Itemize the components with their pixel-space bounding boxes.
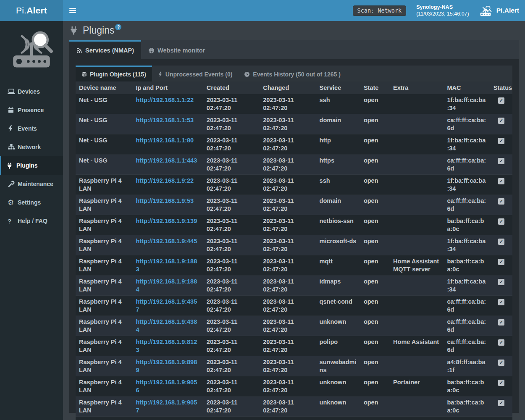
bolt-icon: [158, 71, 163, 77]
navbar-brand[interactable]: Pi.Alert: [478, 4, 519, 17]
column-header-ip-and-port[interactable]: Ip and Port: [132, 81, 203, 94]
ip-port-link[interactable]: http://192.168.1.9:4357: [136, 298, 197, 313]
changed-cell: 2023-03-11 02:47:20: [260, 356, 316, 376]
table-row: Raspberry Pi 4 LAN http://192.168.1.9:13…: [76, 215, 512, 235]
extra-cell: [390, 276, 444, 296]
tab-website-monitor[interactable]: Website monitor: [141, 40, 212, 59]
changed-cell: 2023-03-11 02:47:20: [260, 316, 316, 336]
table-row: Raspberry Pi 4 LAN http://192.168.1.9:81…: [76, 336, 512, 356]
ip-port-link[interactable]: http://192.168.1.9:8989: [136, 359, 197, 373]
status-checkbox[interactable]: ✓: [498, 380, 504, 386]
subtab-unprocessed-events[interactable]: Unprocessed Events (0): [152, 66, 239, 81]
ip-port-link[interactable]: http://192.168.1.9:1883: [136, 258, 197, 273]
table-row: Raspberry Pi 4 LAN http://192.168.1.9:43…: [76, 316, 512, 336]
ip-port-link[interactable]: http://192.168.1.9:4384: [136, 318, 197, 333]
status-checkbox[interactable]: ✓: [498, 339, 504, 346]
changed-cell: 2023-03-11 02:47:20: [260, 195, 316, 215]
status-checkbox[interactable]: ✓: [498, 360, 504, 366]
ip-port-link[interactable]: http://192.168.1.1:443: [136, 157, 197, 164]
column-header-status[interactable]: Status: [490, 81, 512, 94]
tab-services-nmap[interactable]: Services (NMAP): [69, 40, 141, 59]
status-checkbox[interactable]: ✓: [498, 400, 504, 406]
status-checkbox[interactable]: ✓: [498, 218, 504, 225]
changed-cell: 2023-03-11 02:47:20: [260, 235, 316, 255]
status-checkbox[interactable]: ✓: [498, 319, 504, 326]
changed-cell: 2023-03-11 02:47:20: [260, 376, 316, 396]
ip-port-link[interactable]: http://192.168.1.9:9056: [136, 379, 197, 394]
ip-port-link[interactable]: http://192.168.1.1:53: [136, 117, 194, 123]
status-checkbox[interactable]: ✓: [498, 198, 504, 205]
ip-port-link[interactable]: http://192.168.1.9:53: [136, 197, 194, 204]
status-checkbox[interactable]: ✓: [498, 259, 504, 265]
status-checkbox[interactable]: ✓: [498, 178, 504, 184]
sidebar-item-events[interactable]: Events: [0, 119, 63, 138]
status-checkbox[interactable]: ✓: [498, 158, 504, 164]
ip-port-link[interactable]: http://192.168.1.9:8123: [136, 339, 197, 353]
sidebar-toggle-button[interactable]: [63, 0, 82, 21]
sidebar-item-maintenance[interactable]: Maintenance: [0, 175, 63, 193]
changed-cell: 2023-03-11 02:47:20: [260, 336, 316, 356]
ip-port-link[interactable]: http://192.168.1.9:445: [136, 238, 197, 244]
sitemap-icon: [8, 144, 18, 150]
column-header-changed[interactable]: Changed: [260, 81, 316, 94]
mac-cell: ba:ba:ff:ca:ba:0c: [444, 376, 490, 396]
ip-port-link[interactable]: http://192.168.1.1:22: [136, 97, 194, 103]
changed-cell: 2023-03-11 02:47:20: [260, 417, 316, 420]
state-cell: open: [360, 215, 390, 235]
column-header-service[interactable]: Service: [316, 81, 360, 94]
service-cell: http: [316, 134, 360, 155]
column-header-device-name[interactable]: Device name: [76, 81, 132, 94]
status-checkbox[interactable]: ✓: [498, 138, 504, 144]
ip-port-link[interactable]: http://192.168.1.9:22: [136, 177, 194, 184]
services-panel: Plugin Objects (115) Unprocessed Events …: [69, 59, 519, 413]
ip-port-link[interactable]: http://192.168.1.9:1884: [136, 278, 197, 293]
status-checkbox[interactable]: ✓: [498, 118, 504, 124]
ip-port-link[interactable]: http://192.168.1.1:80: [136, 137, 194, 144]
service-cell: unknown: [316, 417, 360, 420]
ip-port-link[interactable]: http://192.168.1.9:9057: [136, 399, 197, 414]
device-name-cell: Net - USG: [76, 94, 132, 114]
state-cell: open: [360, 255, 390, 276]
device-name-cell: Raspberry Pi 4 LAN: [76, 336, 132, 356]
state-cell: open: [360, 356, 390, 376]
state-cell: open: [360, 296, 390, 316]
service-cell: https: [316, 155, 360, 175]
mac-cell: 1f:ca:ff:ca:ba:5b: [444, 417, 490, 420]
column-header-extra[interactable]: Extra: [390, 81, 444, 94]
extra-cell: [390, 396, 444, 417]
mac-cell: ca:ff:ff:ca:ba:6d: [444, 195, 490, 215]
created-cell: 2023-03-11 02:47:20: [203, 396, 260, 417]
column-header-created[interactable]: Created: [203, 81, 260, 94]
ip-port-link[interactable]: http://192.168.1.9:139: [136, 218, 197, 224]
sidebar-item-network[interactable]: Network: [0, 138, 63, 156]
status-checkbox[interactable]: ✓: [498, 299, 504, 305]
created-cell: 2023-03-11 02:47:20: [203, 94, 260, 114]
extra-cell: [390, 296, 444, 316]
subtab-label: Plugin Objects (115): [90, 71, 146, 78]
help-badge[interactable]: ?: [115, 24, 121, 30]
state-cell: open: [360, 336, 390, 356]
device-name-cell: Raspberry Pi 4 LAN: [76, 376, 132, 396]
created-cell: 2023-03-11 02:47:20: [203, 175, 260, 195]
sidebar-item-presence[interactable]: Presence: [0, 101, 63, 119]
status-checkbox[interactable]: ✓: [498, 97, 504, 104]
sidebar-item-plugins[interactable]: Plugins: [0, 156, 63, 175]
mac-cell: ca:ff:ff:ca:ba:6d: [444, 155, 490, 175]
extra-cell: [390, 316, 444, 336]
status-checkbox[interactable]: ✓: [498, 239, 504, 245]
sidebar-item-settings[interactable]: ⚙ Settings: [0, 193, 63, 212]
sidebar-item-label: Maintenance: [18, 181, 53, 187]
sidebar-item-devices[interactable]: Devices: [0, 82, 63, 101]
navbar-right: Scan: Network Synology-NAS (11/03/2023, …: [353, 0, 525, 21]
app-logo[interactable]: Pi.Alert: [0, 0, 63, 21]
status-checkbox[interactable]: ✓: [498, 279, 504, 285]
subtab-plugin-objects[interactable]: Plugin Objects (115): [76, 66, 152, 81]
mac-cell: ca:ff:ff:ca:ba:6d: [444, 316, 490, 336]
table-row: Net - USG http://192.168.1.1:53 2023-03-…: [76, 114, 512, 134]
service-cell: domain: [316, 114, 360, 134]
subtab-events-history[interactable]: Events History (50 out of 1265 ): [238, 66, 346, 81]
sidebar-item-help[interactable]: ? Help / FAQ: [0, 212, 63, 230]
column-header-mac[interactable]: MAC: [444, 81, 490, 94]
column-header-state[interactable]: State: [360, 81, 390, 94]
host-info: Synology-NAS (11/03/2023, 15:46:07): [416, 4, 469, 17]
